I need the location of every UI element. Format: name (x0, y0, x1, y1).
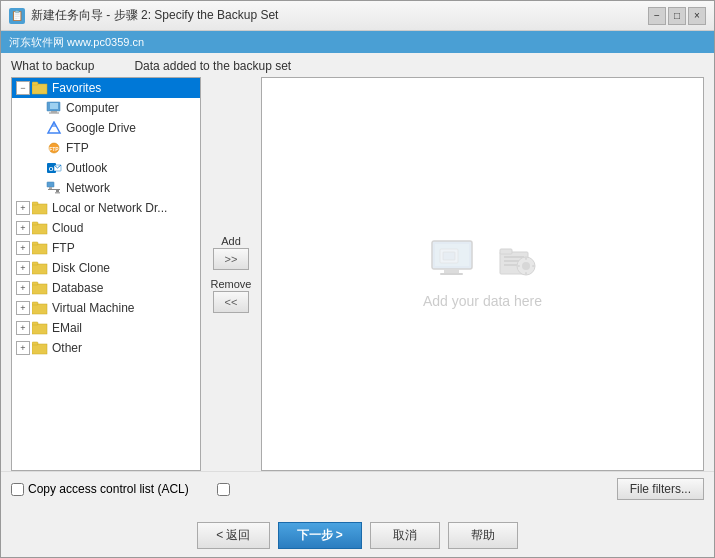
vm-folder-icon (32, 300, 48, 316)
window-title: 新建任务向导 - 步骤 2: Specify the Backup Set (31, 7, 278, 24)
close-button[interactable]: × (688, 7, 706, 25)
title-buttons: − □ × (648, 7, 706, 25)
expand-favorites[interactable]: − (16, 81, 30, 95)
diskclone-label: Disk Clone (52, 261, 110, 275)
email-label: EMail (52, 321, 82, 335)
cloud-folder-icon (32, 220, 48, 236)
svg-rect-46 (504, 264, 518, 266)
drop-text: Add your data here (423, 293, 542, 309)
acl-label: Copy access control list (ACL) (28, 482, 189, 496)
main-panels: − Favorites (1, 77, 714, 471)
extra-checkbox[interactable] (217, 483, 230, 496)
tree-item-ftp2[interactable]: + FTP (12, 238, 200, 258)
drop-area: Add your data here (423, 239, 542, 309)
drop-icons (430, 239, 536, 281)
expand-vm[interactable]: + (16, 301, 30, 315)
database-folder-icon (32, 280, 48, 296)
svg-rect-27 (32, 262, 38, 265)
cancel-button[interactable]: 取消 (370, 522, 440, 549)
no-expand-ftp (30, 141, 44, 155)
bottom-area: Copy access control list (ACL) File filt… (1, 471, 714, 514)
main-window: 📋 新建任务向导 - 步骤 2: Specify the Backup Set … (0, 0, 715, 558)
svg-rect-24 (32, 244, 47, 254)
content-area: What to backup Data added to the backup … (1, 53, 714, 514)
next-button[interactable]: 下一步 > (278, 522, 362, 549)
vm-label: Virtual Machine (52, 301, 135, 315)
local-folder-icon (32, 200, 48, 216)
help-button[interactable]: 帮助 (448, 522, 518, 549)
no-expand-computer (30, 101, 44, 115)
app-icon: 📋 (9, 8, 25, 24)
database-label: Database (52, 281, 103, 295)
svg-rect-30 (32, 304, 47, 314)
data-drop-panel[interactable]: Add your data here (261, 77, 704, 471)
tree-item-outlook[interactable]: O Outlook (12, 158, 200, 178)
svg-rect-52 (532, 265, 535, 267)
svg-rect-51 (517, 265, 520, 267)
svg-rect-0 (32, 84, 47, 94)
email-folder-icon (32, 320, 48, 336)
tree-item-virtualmachine[interactable]: + Virtual Machine (12, 298, 200, 318)
tree-item-favorites[interactable]: − Favorites (12, 78, 200, 98)
svg-rect-26 (32, 264, 47, 274)
expand-local[interactable]: + (16, 201, 30, 215)
svg-rect-50 (525, 272, 527, 275)
svg-rect-31 (32, 302, 38, 305)
expand-database[interactable]: + (16, 281, 30, 295)
right-section-label: Data added to the backup set (134, 59, 291, 73)
svg-rect-18 (56, 189, 59, 192)
svg-rect-3 (50, 103, 58, 109)
expand-ftp2[interactable]: + (16, 241, 30, 255)
svg-rect-22 (32, 224, 47, 234)
add-button[interactable]: >> (213, 248, 249, 270)
folder-drop-icon (498, 244, 536, 276)
network-icon (46, 180, 62, 196)
expand-other[interactable]: + (16, 341, 30, 355)
remove-button[interactable]: << (213, 291, 249, 313)
remove-button-group: Remove << (211, 278, 252, 313)
transfer-buttons: Add >> Remove << (201, 77, 261, 471)
title-bar: 📋 新建任务向导 - 步骤 2: Specify the Backup Set … (1, 1, 714, 31)
tree-item-local[interactable]: + Local or Network Dr... (12, 198, 200, 218)
svg-rect-21 (32, 202, 38, 205)
local-label: Local or Network Dr... (52, 201, 167, 215)
svg-rect-29 (32, 282, 38, 285)
svg-text:FTP: FTP (49, 146, 59, 152)
svg-rect-43 (500, 249, 512, 254)
svg-rect-23 (32, 222, 38, 225)
tree-item-network[interactable]: Network (12, 178, 200, 198)
tree-item-computer[interactable]: Computer (12, 98, 200, 118)
section-labels: What to backup Data added to the backup … (1, 53, 714, 77)
no-expand-network (30, 181, 44, 195)
svg-rect-32 (32, 324, 47, 334)
tree-item-diskclone[interactable]: + Disk Clone (12, 258, 200, 278)
back-button[interactable]: < 返回 (197, 522, 269, 549)
tree-item-email[interactable]: + EMail (12, 318, 200, 338)
svg-rect-15 (47, 182, 54, 187)
tree-item-cloud[interactable]: + Cloud (12, 218, 200, 238)
other-folder-icon (32, 340, 48, 356)
googledrive-label: Google Drive (66, 121, 136, 135)
tree-item-database[interactable]: + Database (12, 278, 200, 298)
no-expand-outlook (30, 161, 44, 175)
favorites-folder-icon (32, 80, 48, 96)
svg-rect-20 (32, 204, 47, 214)
add-label: Add (221, 235, 241, 247)
expand-cloud[interactable]: + (16, 221, 30, 235)
tree-item-ftp[interactable]: FTP FTP (12, 138, 200, 158)
expand-diskclone[interactable]: + (16, 261, 30, 275)
computer-icon (46, 100, 62, 116)
expand-email[interactable]: + (16, 321, 30, 335)
minimize-button[interactable]: − (648, 7, 666, 25)
remove-label: Remove (211, 278, 252, 290)
tree-panel[interactable]: − Favorites (11, 77, 201, 471)
tree-item-googledrive[interactable]: Google Drive (12, 118, 200, 138)
watermark-bar: 河东软件网 www.pc0359.cn (1, 31, 714, 53)
acl-checkbox[interactable] (11, 483, 24, 496)
svg-rect-16 (49, 187, 52, 189)
ftp2-label: FTP (52, 241, 75, 255)
file-filters-button[interactable]: File filters... (617, 478, 704, 500)
tree-item-other[interactable]: + Other (12, 338, 200, 358)
svg-rect-33 (32, 322, 38, 325)
maximize-button[interactable]: □ (668, 7, 686, 25)
